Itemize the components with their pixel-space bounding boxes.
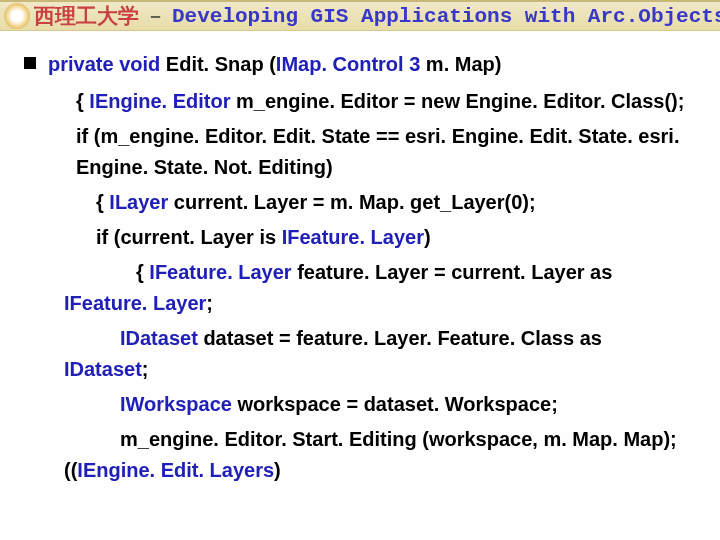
method-name: Edit. Snap (	[166, 53, 276, 75]
code-line-2: if (m_engine. Editor. Edit. State == esr…	[76, 121, 696, 183]
bullet-icon	[24, 57, 36, 69]
slide-header: 西理工大学 － Developing GIS Applications with…	[0, 0, 720, 31]
code-line-5: { IFeature. Layer feature. Layer = curre…	[64, 257, 696, 319]
param-type: IMap. Control 3	[276, 53, 420, 75]
code-content: private void Edit. Snap (IMap. Control 3…	[0, 31, 720, 486]
code-signature: private void Edit. Snap (IMap. Control 3…	[24, 49, 696, 80]
university-logo-icon	[4, 3, 30, 29]
kw-private-void: private void	[48, 53, 160, 75]
code-line-6: IDataset dataset = feature. Layer. Featu…	[64, 323, 696, 385]
param-name: m. Map)	[426, 53, 502, 75]
header-cn: 西理工大学	[34, 2, 139, 30]
code-line-3: { ILayer current. Layer = m. Map. get_La…	[96, 187, 696, 218]
code-line-7: IWorkspace workspace = dataset. Workspac…	[120, 389, 696, 420]
code-line-4: if (current. Layer is IFeature. Layer)	[96, 222, 696, 253]
code-line-1: { IEngine. Editor m_engine. Editor = new…	[76, 86, 696, 117]
code-line-8: m_engine. Editor. Start. Editing (worksp…	[64, 424, 696, 486]
header-dash: －	[145, 2, 166, 30]
header-en: Developing GIS Applications with Arc.Obj…	[172, 5, 720, 28]
